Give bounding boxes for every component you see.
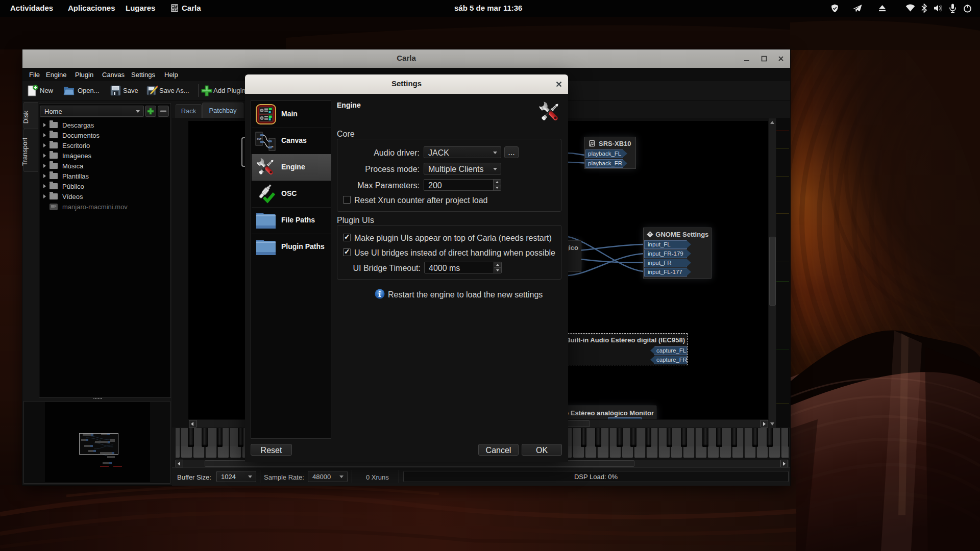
svg-text:OUT: OUT xyxy=(257,138,262,140)
